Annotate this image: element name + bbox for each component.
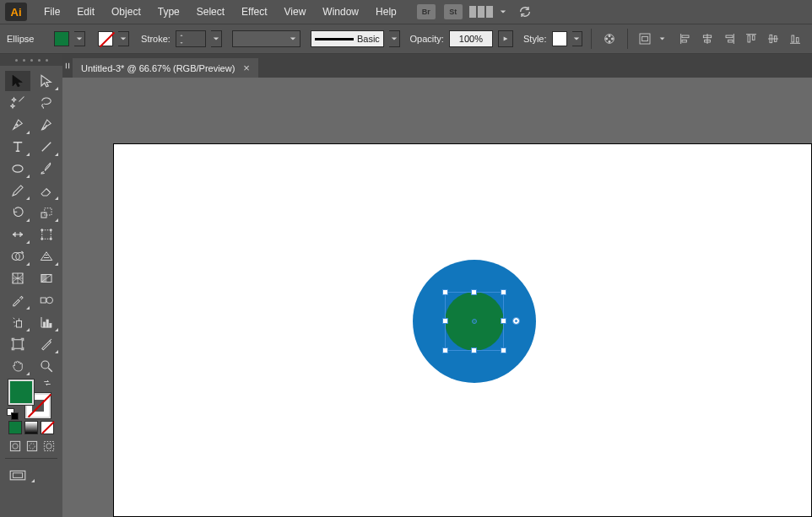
free-transform-tool[interactable] [34,224,59,245]
svg-point-4 [605,38,607,40]
blend-tool[interactable] [34,290,59,310]
artboard-tool[interactable] [5,334,30,354]
lasso-tool[interactable] [34,93,59,113]
menu-window[interactable]: Window [314,3,367,21]
menu-effect[interactable]: Effect [233,3,275,21]
opacity-dropdown[interactable] [498,30,513,47]
width-tool[interactable] [5,224,30,245]
variable-width-profile[interactable] [232,30,301,47]
svg-rect-8 [682,35,689,38]
work-area[interactable] [62,78,812,517]
type-tool[interactable] [5,137,30,157]
curvature-tool[interactable] [34,115,59,135]
fill-stroke-control[interactable] [8,380,51,418]
hand-tool[interactable] [5,356,30,376]
opacity-field[interactable]: 100% [449,30,493,47]
resize-handle-mr[interactable] [501,318,506,324]
draw-inside-button[interactable] [42,439,56,455]
selection-tool[interactable] [5,71,30,91]
default-fill-stroke-button[interactable] [7,408,19,420]
sync-settings-button[interactable] [515,2,535,22]
resize-handle-bm[interactable] [471,347,477,353]
resize-handle-tm[interactable] [471,289,477,295]
brush-dropdown[interactable] [389,30,400,47]
align-panel-button[interactable] [636,29,653,49]
eraser-tool[interactable] [34,180,59,201]
recolor-artwork-button[interactable] [600,29,618,49]
paintbrush-tool[interactable] [34,159,59,179]
color-mode-gradient[interactable] [24,421,38,434]
bridge-button[interactable]: Br [417,4,436,19]
align-left-button[interactable] [675,29,696,49]
align-vcenter-button[interactable] [763,29,783,49]
pencil-tool[interactable] [5,180,30,201]
mesh-tool[interactable] [5,268,30,288]
svg-rect-17 [748,35,750,42]
resize-handle-br[interactable] [501,347,506,353]
draw-normal-button[interactable] [8,439,22,455]
fill-box[interactable] [8,380,34,405]
rotate-tool[interactable] [5,202,30,223]
resize-handle-tl[interactable] [442,289,448,295]
shape-builder-tool[interactable] [5,246,30,267]
ellipse-tool[interactable] [5,159,30,179]
symbol-sprayer-tool[interactable] [5,312,30,332]
svg-point-54 [46,444,51,449]
stroke-dropdown[interactable] [118,31,129,46]
align-hcenter-button[interactable] [697,29,717,49]
align-right-button[interactable] [719,29,739,49]
resize-handle-ml[interactable] [442,318,448,324]
pen-tool[interactable] [5,115,30,135]
document-tab[interactable]: Untitled-3* @ 66.67% (RGB/Preview) × [73,58,258,78]
graphic-style-dropdown[interactable] [572,31,583,46]
style-label[interactable]: Style: [523,34,547,44]
opacity-label[interactable]: Opacity: [410,34,444,44]
tab-close-button[interactable]: × [243,62,250,74]
slice-tool[interactable] [34,334,59,354]
menu-view[interactable]: View [276,3,315,21]
column-graph-tool[interactable] [34,312,59,332]
stroke-weight-field[interactable] [176,30,206,47]
swap-fill-stroke-button[interactable] [42,378,52,390]
scale-tool[interactable] [34,202,59,223]
zoom-tool[interactable] [34,356,59,376]
direct-selection-tool[interactable] [34,71,59,91]
expand-dock-button[interactable] [62,54,73,78]
menu-file[interactable]: File [35,3,68,21]
menu-object[interactable]: Object [103,3,149,21]
stroke-weight-dropdown[interactable] [211,30,222,47]
artboard[interactable] [113,143,812,517]
arrange-documents-button[interactable] [471,2,491,22]
draw-behind-button[interactable] [25,439,39,455]
fill-dropdown[interactable] [74,31,85,46]
svg-rect-55 [10,471,25,479]
perspective-grid-tool[interactable] [34,246,59,267]
svg-point-52 [30,444,35,449]
stroke-swatch[interactable] [98,31,113,46]
screen-mode-button[interactable] [8,469,57,484]
align-bottom-button[interactable] [785,29,805,49]
gradient-tool[interactable] [34,268,59,288]
menu-edit[interactable]: Edit [68,3,103,21]
resize-handle-tr[interactable] [501,289,506,295]
live-shape-widget[interactable] [512,317,520,325]
menu-type[interactable]: Type [149,3,188,21]
stock-button[interactable]: St [444,4,463,19]
tool-panel-grip[interactable] [0,54,62,66]
brush-definition[interactable]: Basic [311,30,384,47]
align-top-button[interactable] [741,29,761,49]
color-mode-none[interactable] [41,421,54,434]
menu-help[interactable]: Help [367,3,405,21]
color-mode-solid[interactable] [8,421,22,434]
magic-wand-tool[interactable] [5,93,30,113]
menu-select[interactable]: Select [188,3,233,21]
fill-swatch[interactable] [54,31,69,46]
stroke-label[interactable]: Stroke: [141,34,171,44]
resize-handle-bl[interactable] [442,347,448,353]
eyedropper-tool[interactable] [5,290,30,310]
svg-rect-56 [13,473,22,478]
graphic-style-swatch[interactable] [552,31,567,46]
line-segment-tool[interactable] [34,137,59,157]
selection-bounding-box[interactable] [445,292,504,351]
center-point-icon[interactable] [472,319,477,324]
